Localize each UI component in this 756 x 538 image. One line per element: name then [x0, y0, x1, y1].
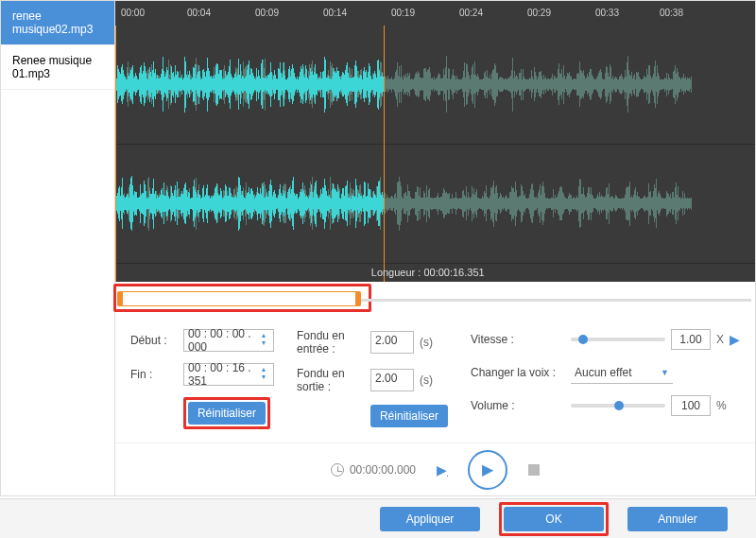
- clock-icon: [331, 463, 344, 477]
- playback-bar: 00:00:00.000 ▶. ▶: [115, 443, 755, 495]
- voice-value: Aucun effet: [575, 366, 632, 379]
- start-label: Début :: [130, 334, 178, 347]
- ok-button[interactable]: OK: [504, 507, 604, 531]
- start-time-input[interactable]: 00 : 00 : 00 . 000 ▲▼: [183, 329, 274, 352]
- length-label: Longueur : 00:00:16.351: [371, 267, 485, 278]
- reset-fade-button[interactable]: Réinitialiser: [370, 405, 448, 427]
- speed-value[interactable]: 1.00: [671, 329, 711, 350]
- apply-button[interactable]: Appliquer: [380, 507, 480, 531]
- volume-slider[interactable]: [571, 404, 665, 408]
- voice-dropdown[interactable]: Aucun effet ▼: [571, 361, 673, 384]
- selection-handle-end[interactable]: [355, 291, 361, 306]
- timeline-ruler[interactable]: 00:00 00:04 00:09 00:14 00:19 00:24 00:2…: [115, 1, 755, 26]
- seconds-unit: (s): [420, 336, 433, 349]
- tick-label: 00:29: [527, 8, 551, 18]
- slider-thumb[interactable]: [578, 335, 588, 344]
- cancel-button[interactable]: Annuler: [627, 507, 728, 531]
- tick-label: 00:00: [121, 8, 145, 18]
- fadein-input[interactable]: 2.00: [370, 331, 414, 354]
- tick-label: 00:09: [255, 8, 279, 18]
- reset-time-button[interactable]: Réinitialiser: [188, 402, 266, 425]
- volume-unit: %: [716, 399, 727, 412]
- volume-value[interactable]: 100: [671, 395, 711, 416]
- dialog-footer: Appliquer OK Annuler: [0, 498, 756, 538]
- skip-icon[interactable]: ▶.: [437, 462, 447, 477]
- start-time-value: 00 : 00 : 00 . 000: [188, 327, 258, 354]
- volume-label: Volume :: [471, 399, 565, 412]
- main-panel: 00:00 00:04 00:09 00:14 00:19 00:24 00:2…: [115, 1, 755, 495]
- fadeout-label: Fondu en sortie :: [297, 367, 365, 393]
- highlight-annotation: OK: [499, 502, 609, 536]
- tick-label: 00:19: [391, 8, 415, 18]
- start-time-spinner[interactable]: ▲▼: [258, 333, 269, 348]
- speed-unit: X: [716, 333, 724, 346]
- highlight-annotation: Réinitialiser: [183, 397, 270, 429]
- voice-label: Changer la voix :: [471, 366, 565, 379]
- file-list: renee musique02.mp3 Renee musique 01.mp3: [1, 1, 115, 495]
- tick-label: 00:04: [187, 8, 211, 18]
- playback-time: 00:00:00.000: [350, 463, 416, 477]
- slider-thumb[interactable]: [614, 401, 624, 410]
- seconds-unit: (s): [420, 373, 433, 387]
- selection-range[interactable]: [119, 291, 359, 306]
- chevron-down-icon: ▼: [661, 368, 669, 377]
- selection-end-cursor[interactable]: [384, 26, 385, 282]
- chevron-down-icon[interactable]: ▼: [258, 374, 269, 382]
- stop-button[interactable]: [528, 464, 540, 476]
- end-time-value: 00 : 00 : 16 . 351: [188, 361, 258, 388]
- file-item[interactable]: Renee musique 01.mp3: [1, 45, 114, 90]
- tick-label: 00:14: [323, 8, 347, 18]
- controls-panel: Début : 00 : 00 : 00 . 000 ▲▼ Fin : 00 :…: [115, 316, 755, 443]
- tick-label: 00:33: [595, 8, 619, 18]
- waveform-area[interactable]: Longueur : 00:00:16.351: [115, 26, 755, 282]
- file-item[interactable]: renee musique02.mp3: [1, 1, 114, 45]
- tick-label: 00:38: [660, 8, 683, 18]
- speed-slider[interactable]: [571, 338, 665, 341]
- end-time-spinner[interactable]: ▲▼: [258, 367, 269, 382]
- end-time-input[interactable]: 00 : 00 : 16 . 351 ▲▼: [183, 363, 274, 386]
- tick-label: 00:24: [459, 8, 483, 18]
- chevron-down-icon[interactable]: ▼: [258, 340, 269, 348]
- selection-bar[interactable]: [115, 282, 755, 316]
- waveform-channel-right: [115, 145, 755, 264]
- fadeout-input[interactable]: 2.00: [370, 369, 414, 391]
- fadein-label: Fondu en entrée :: [297, 329, 365, 356]
- play-button[interactable]: ▶: [468, 450, 507, 490]
- end-label: Fin :: [130, 368, 178, 381]
- waveform-channel-left: [115, 26, 755, 145]
- play-icon[interactable]: ▶: [730, 332, 740, 347]
- selection-start-cursor[interactable]: [115, 26, 116, 282]
- selection-handle-start[interactable]: [117, 291, 123, 306]
- speed-label: Vitesse :: [471, 333, 565, 346]
